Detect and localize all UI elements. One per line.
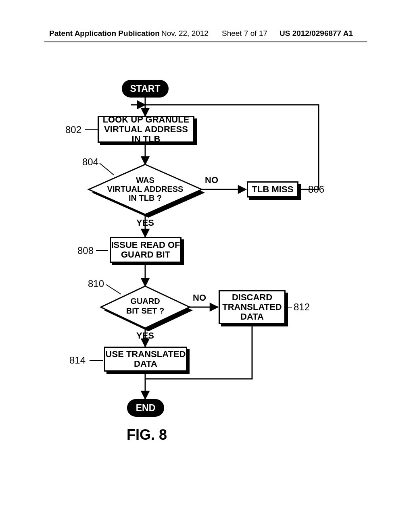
svg-text:GUARD: GUARD (130, 297, 160, 305)
label-810-no: NO (193, 293, 206, 303)
svg-text:IN TLB ?: IN TLB ? (129, 193, 162, 202)
label-810-yes: YES (136, 330, 154, 341)
svg-text:VIRTUAL ADDRESS: VIRTUAL ADDRESS (107, 185, 184, 193)
ref-802: 802 (65, 124, 81, 135)
label-804-yes: YES (136, 218, 154, 228)
node-806: TLB MISS (247, 181, 298, 197)
flowchart-canvas: WAS VIRTUAL ADDRESS IN TLB ? GUARD BIT S… (0, 0, 413, 532)
ref-814: 814 (69, 355, 86, 366)
node-808: ISSUE READ OF GUARD BIT (110, 237, 181, 263)
node-end: END (127, 399, 164, 417)
ref-810: 810 (88, 278, 104, 289)
node-806-text: TLB MISS (252, 185, 294, 194)
node-812-text: DISCARD TRANSLATED DATA (220, 293, 284, 322)
figure-label: FIG. 8 (127, 426, 167, 443)
node-814: USE TRANSLATED DATA (104, 347, 187, 372)
node-802-text: LOOK UP GRANULE VIRTUAL ADDRESS IN TLB (99, 115, 193, 144)
label-804-no: NO (205, 175, 218, 185)
node-802: LOOK UP GRANULE VIRTUAL ADDRESS IN TLB (98, 116, 194, 143)
node-808-text: ISSUE READ OF GUARD BIT (111, 240, 180, 260)
ref-808: 808 (77, 245, 94, 256)
svg-text:BIT SET ?: BIT SET ? (126, 306, 164, 315)
ref-804: 804 (82, 156, 98, 168)
ref-812: 812 (294, 301, 310, 313)
node-812: DISCARD TRANSLATED DATA (219, 290, 286, 324)
node-start: START (122, 80, 169, 98)
node-814-text: USE TRANSLATED DATA (105, 349, 186, 369)
svg-text:WAS: WAS (136, 176, 154, 185)
ref-806: 806 (308, 184, 324, 195)
